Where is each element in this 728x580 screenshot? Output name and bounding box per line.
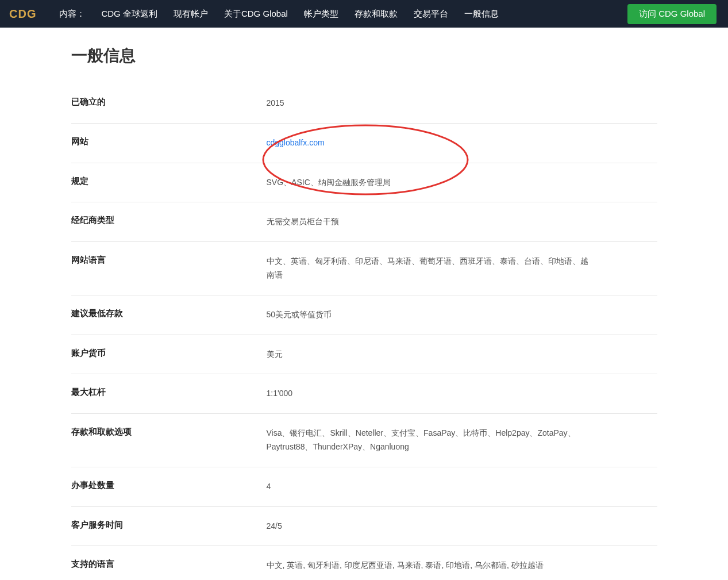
value-deposit-options: Visa、银行电汇、Skrill、Neteller、支付宝、FasaPay、比特…: [267, 427, 588, 454]
label-min-deposit: 建议最低存款: [71, 308, 267, 322]
label-broker-type: 经纪商类型: [71, 215, 267, 229]
value-site-languages: 中文、英语、匈牙利语、印尼语、马来语、葡萄牙语、西班牙语、泰语、台语、印地语、越…: [267, 255, 588, 282]
nav-link-platform[interactable]: 交易平台: [414, 9, 448, 20]
row-min-deposit: 建议最低存款 50美元或等值货币: [71, 295, 657, 335]
row-website: 网站 cdgglobalfx.com: [71, 124, 657, 163]
top-navbar: CDG 内容： CDG 全球返利 现有帐户 关于CDG Global 帐户类型 …: [0, 0, 728, 28]
row-supported-languages: 支持的语言 中文, 英语, 匈牙利语, 印度尼西亚语, 马来语, 泰语, 印地语…: [71, 546, 657, 580]
nav-link-accounts[interactable]: 帐户类型: [304, 9, 338, 20]
link-website[interactable]: cdgglobalfx.com: [267, 138, 325, 147]
value-support-hours: 24/5: [267, 520, 282, 533]
value-regulation: SVG、ASIC、纳闽金融服务管理局: [267, 176, 391, 190]
visit-button[interactable]: 访问 CDG Global: [627, 4, 717, 24]
nav-link-rebate[interactable]: CDG 全球返利: [101, 9, 157, 20]
row-account-currency: 账户货币 美元: [71, 335, 657, 375]
value-supported-languages: 中文, 英语, 匈牙利语, 印度尼西亚语, 马来语, 泰语, 印地语, 乌尔都语…: [267, 559, 544, 573]
row-max-leverage: 最大杠杆 1:1'000: [71, 374, 657, 414]
brand-logo[interactable]: CDG: [9, 7, 59, 21]
row-site-languages: 网站语言 中文、英语、匈牙利语、印尼语、马来语、葡萄牙语、西班牙语、泰语、台语、…: [71, 242, 657, 295]
nav-link-deposits[interactable]: 存款和取款: [355, 9, 398, 20]
label-support-hours: 客户服务时间: [71, 520, 267, 533]
label-established: 已确立的: [71, 97, 267, 110]
value-established: 2015: [267, 97, 284, 110]
label-website: 网站: [71, 136, 267, 150]
value-max-leverage: 1:1'000: [267, 387, 293, 401]
main-content: 一般信息 已确立的 2015 网站 cdgglobalfx.com 规定 SVG…: [48, 28, 680, 580]
row-office-count: 办事处数量 4: [71, 467, 657, 507]
logo-text: CDG: [9, 7, 36, 20]
label-regulation: 规定: [71, 176, 267, 190]
value-office-count: 4: [267, 480, 271, 494]
row-regulation: 规定 SVG、ASIC、纳闽金融服务管理局: [71, 163, 657, 203]
nav-contents-label: 内容：: [59, 9, 85, 20]
row-established: 已确立的 2015: [71, 84, 657, 124]
page-title: 一般信息: [71, 45, 657, 67]
label-supported-languages: 支持的语言: [71, 559, 267, 573]
value-account-currency: 美元: [267, 348, 283, 362]
label-office-count: 办事处数量: [71, 480, 267, 494]
row-support-hours: 客户服务时间 24/5: [71, 507, 657, 547]
row-broker-type: 经纪商类型 无需交易员柜台干预: [71, 202, 657, 242]
nav-items: 内容： CDG 全球返利 现有帐户 关于CDG Global 帐户类型 存款和取…: [59, 9, 498, 20]
label-account-currency: 账户货币: [71, 348, 267, 362]
label-max-leverage: 最大杠杆: [71, 387, 267, 401]
row-deposit-options: 存款和取款选项 Visa、银行电汇、Skrill、Neteller、支付宝、Fa…: [71, 414, 657, 467]
value-min-deposit: 50美元或等值货币: [267, 308, 332, 322]
nav-link-existing[interactable]: 现有帐户: [174, 9, 208, 20]
value-broker-type: 无需交易员柜台干预: [267, 215, 339, 229]
label-site-languages: 网站语言: [71, 255, 267, 282]
label-deposit-options: 存款和取款选项: [71, 427, 267, 454]
nav-link-general[interactable]: 一般信息: [464, 9, 499, 20]
nav-link-about[interactable]: 关于CDG Global: [224, 9, 288, 20]
